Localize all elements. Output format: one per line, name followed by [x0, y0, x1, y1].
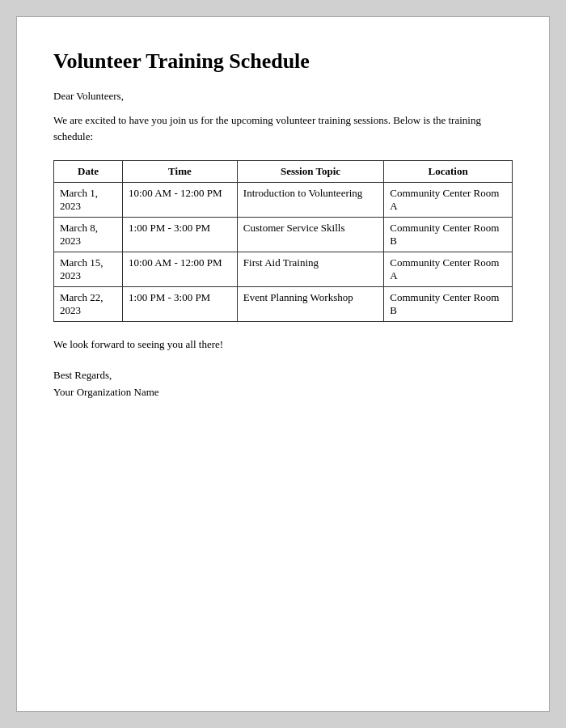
page-title: Volunteer Training Schedule: [53, 49, 513, 74]
cell-topic: Event Planning Workshop: [237, 287, 383, 322]
greeting-text: Dear Volunteers,: [53, 90, 513, 103]
cell-topic: First Aid Training: [237, 252, 383, 287]
signature-line2: Your Organization Name: [53, 384, 513, 401]
closing-text: We look forward to seeing you all there!: [53, 338, 513, 351]
cell-time: 1:00 PM - 3:00 PM: [123, 218, 238, 252]
cell-location: Community Center Room B: [384, 287, 513, 322]
cell-location: Community Center Room A: [384, 183, 513, 218]
table-row: March 22, 20231:00 PM - 3:00 PMEvent Pla…: [54, 287, 513, 322]
signature-block: Best Regards, Your Organization Name: [53, 367, 513, 401]
cell-time: 10:00 AM - 12:00 PM: [123, 252, 238, 287]
cell-location: Community Center Room A: [384, 252, 513, 287]
cell-date: March 8, 2023: [54, 218, 123, 252]
header-date: Date: [54, 161, 123, 183]
header-session-topic: Session Topic: [237, 161, 383, 183]
cell-time: 10:00 AM - 12:00 PM: [123, 183, 238, 218]
cell-topic: Customer Service Skills: [237, 218, 383, 252]
header-location: Location: [384, 161, 513, 183]
intro-text: We are excited to have you join us for t…: [53, 112, 513, 144]
header-time: Time: [123, 161, 238, 183]
cell-time: 1:00 PM - 3:00 PM: [123, 287, 238, 322]
cell-date: March 1, 2023: [54, 183, 123, 218]
table-header-row: Date Time Session Topic Location: [54, 161, 513, 183]
cell-location: Community Center Room B: [384, 218, 513, 252]
cell-topic: Introduction to Volunteering: [237, 183, 383, 218]
table-row: March 1, 202310:00 AM - 12:00 PMIntroduc…: [54, 183, 513, 218]
cell-date: March 22, 2023: [54, 287, 123, 322]
table-row: March 15, 202310:00 AM - 12:00 PMFirst A…: [54, 252, 513, 287]
page-container: Volunteer Training Schedule Dear Volunte…: [16, 16, 550, 712]
cell-date: March 15, 2023: [54, 252, 123, 287]
schedule-table: Date Time Session Topic Location March 1…: [53, 160, 513, 322]
signature-line1: Best Regards,: [53, 367, 513, 384]
table-row: March 8, 20231:00 PM - 3:00 PMCustomer S…: [54, 218, 513, 252]
